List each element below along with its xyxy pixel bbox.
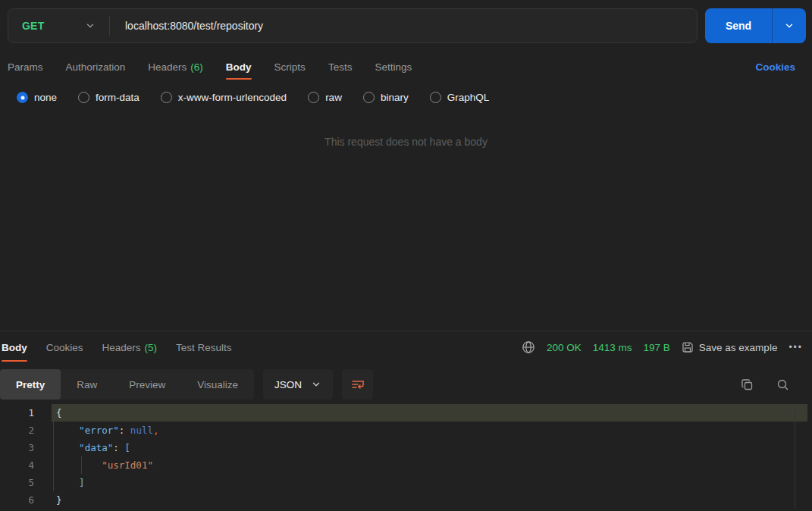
radio-icon — [308, 92, 319, 103]
response-tabs: Body Cookies Headers(5) Test Results 200… — [0, 331, 812, 363]
response-tab-body[interactable]: Body — [2, 331, 27, 363]
response-tab-headers[interactable]: Headers(5) — [102, 331, 158, 363]
method-dropdown[interactable]: GET — [8, 9, 109, 42]
code-line[interactable]: 5 ] — [0, 474, 812, 491]
radio-graphql[interactable]: GraphQL — [430, 92, 490, 103]
code-token — [124, 425, 130, 436]
tab-label: Params — [8, 61, 43, 73]
response-tab-test-results[interactable]: Test Results — [176, 331, 232, 363]
tab-tests[interactable]: Tests — [328, 52, 353, 82]
line-number: 2 — [0, 422, 52, 439]
format-dropdown[interactable]: JSON — [263, 369, 333, 400]
line-number: 4 — [0, 456, 52, 474]
response-body-editor[interactable]: 1{2 "error": null,3 "data": [4 "usrId01"… — [0, 404, 812, 509]
code-line[interactable]: 3 "data": [ — [0, 439, 812, 456]
tab-authorization[interactable]: Authorization — [66, 52, 126, 82]
tab-count: (6) — [190, 61, 203, 73]
code-token — [56, 477, 79, 488]
send-split-button: Send — [705, 8, 806, 43]
save-as-example-button[interactable]: Save as example — [682, 341, 778, 353]
radio-label: raw — [325, 92, 342, 103]
code-token: [ — [124, 442, 130, 453]
tab-params[interactable]: Params — [8, 52, 43, 82]
tab-body[interactable]: Body — [226, 52, 252, 82]
wrap-lines-button[interactable] — [342, 369, 373, 400]
tab-label: Test Results — [176, 342, 232, 353]
send-options-button[interactable] — [772, 8, 806, 43]
save-as-example-label: Save as example — [699, 342, 778, 353]
radio-label: none — [34, 92, 57, 103]
url-row: GET localhost:8080/test/repository Send — [0, 0, 812, 52]
code-token: { — [56, 407, 62, 419]
line-number: 1 — [0, 404, 52, 422]
method-label: GET — [22, 20, 44, 32]
radio-label: form-data — [96, 92, 140, 103]
radio-label: GraphQL — [447, 92, 490, 103]
tab-scripts[interactable]: Scripts — [274, 52, 306, 82]
tab-settings[interactable]: Settings — [375, 52, 412, 82]
cookies-link[interactable]: Cookies — [755, 61, 795, 73]
indent-guide — [81, 456, 82, 474]
code-token: ] — [79, 477, 85, 488]
radio-raw[interactable]: raw — [308, 92, 342, 103]
code-token: } — [56, 494, 62, 506]
request-tabs: Params Authorization Headers(6) Body Scr… — [0, 52, 812, 82]
wrap-lines-icon — [351, 378, 365, 390]
chevron-down-icon — [311, 379, 321, 390]
network-globe-icon[interactable] — [522, 340, 535, 354]
toolbar-right-icons — [741, 378, 812, 391]
code-line[interactable]: 4 "usrId01" — [0, 456, 812, 474]
code-token: "error" — [79, 425, 119, 436]
view-tab-raw[interactable]: Raw — [61, 369, 113, 400]
view-tab-pretty[interactable]: Pretty — [0, 369, 61, 400]
copy-icon[interactable] — [741, 378, 754, 391]
radio-none[interactable]: none — [17, 92, 57, 103]
response-pane: Body Cookies Headers(5) Test Results 200… — [0, 331, 812, 509]
radio-icon — [78, 92, 89, 103]
overview-ruler — [795, 404, 795, 509]
code-line[interactable]: 6} — [0, 491, 812, 509]
code-line-content: ] — [52, 474, 807, 491]
url-input[interactable]: localhost:8080/test/repository — [110, 20, 697, 32]
code-line[interactable]: 2 "error": null, — [0, 422, 812, 439]
tab-label: Body — [2, 342, 27, 353]
radio-icon — [17, 92, 28, 103]
view-mode-segmented-control: Pretty Raw Preview Visualize — [0, 369, 254, 400]
code-line-content: { — [52, 404, 807, 422]
search-icon[interactable] — [776, 378, 789, 391]
view-tab-preview[interactable]: Preview — [113, 369, 181, 400]
code-line[interactable]: 1{ — [0, 404, 812, 422]
radio-binary[interactable]: binary — [363, 92, 409, 103]
send-button[interactable]: Send — [705, 8, 772, 43]
code-lines: 1{2 "error": null,3 "data": [4 "usrId01"… — [0, 404, 812, 509]
tab-label: Headers — [102, 342, 141, 353]
tab-label: Settings — [375, 61, 412, 73]
chevron-down-icon — [784, 20, 795, 31]
code-token: "usrId01" — [102, 459, 153, 471]
tab-headers[interactable]: Headers(6) — [148, 52, 203, 82]
code-line-content: "data": [ — [52, 439, 807, 456]
save-icon — [682, 341, 694, 353]
url-box: GET localhost:8080/test/repository — [8, 8, 698, 43]
response-tab-cookies[interactable]: Cookies — [46, 331, 83, 363]
view-tab-visualize[interactable]: Visualize — [181, 369, 254, 400]
empty-body-message: This request does not have a body — [0, 136, 812, 148]
code-token — [56, 459, 102, 471]
more-options-icon[interactable]: ••• — [788, 342, 803, 353]
tab-count: (5) — [145, 342, 158, 353]
response-size[interactable]: 197 B — [644, 342, 670, 353]
tab-label: Tests — [328, 61, 353, 73]
code-token: , — [153, 425, 159, 436]
request-pane: GET localhost:8080/test/repository Send … — [0, 0, 812, 331]
radio-x-www-form-urlencoded[interactable]: x-www-form-urlencoded — [161, 92, 287, 103]
status-code[interactable]: 200 OK — [547, 342, 582, 353]
radio-icon — [430, 92, 441, 103]
tab-label: Cookies — [46, 342, 83, 353]
code-token — [56, 442, 79, 453]
code-token: "data" — [79, 442, 113, 453]
radio-form-data[interactable]: form-data — [78, 92, 140, 103]
response-meta: 200 OK 1413 ms 197 B Save as example ••• — [522, 340, 803, 354]
tab-label: Authorization — [66, 61, 126, 73]
code-line-content: } — [52, 491, 807, 509]
response-time[interactable]: 1413 ms — [593, 342, 632, 353]
